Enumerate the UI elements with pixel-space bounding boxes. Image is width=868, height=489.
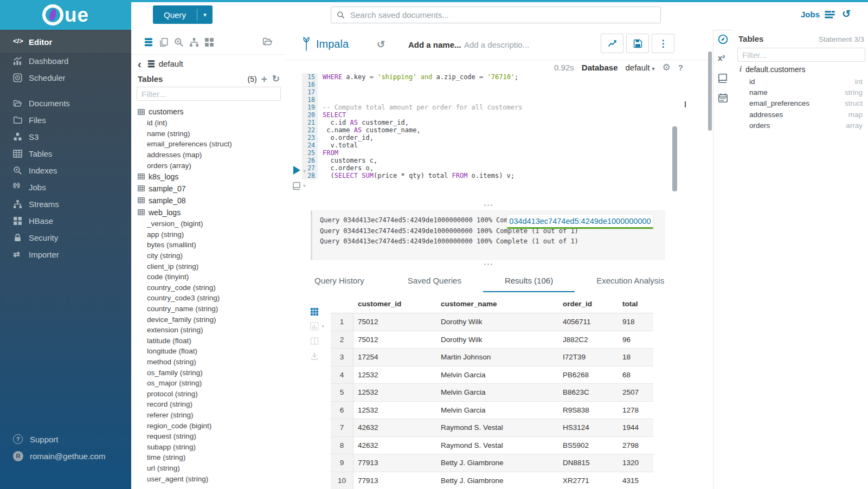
tab-results[interactable]: Results (106) [483, 273, 575, 292]
table-row[interactable]: 842632Raymond S. VestalBS59022798 [331, 437, 653, 455]
column-item[interactable]: bytes (smallint) [131, 240, 286, 250]
column-item[interactable]: subapp (string) [131, 441, 286, 452]
sidebar-item-documents[interactable]: Documents [0, 95, 131, 112]
column-item[interactable]: os_major (string) [131, 378, 286, 389]
table-item[interactable]: customers [131, 106, 286, 118]
sidebar-item-dashboard[interactable]: Dashboard [0, 53, 131, 69]
language-reference-button[interactable] [713, 69, 733, 87]
assist-search-button[interactable] [171, 36, 187, 48]
query-history-icon[interactable]: ↺ [842, 8, 851, 20]
table-row[interactable]: 612532Melvin GarciaR9S8381278 [331, 402, 653, 420]
save-button[interactable] [626, 34, 649, 53]
column-item[interactable]: idint [733, 76, 868, 87]
column-item[interactable]: os_family (string) [131, 367, 286, 378]
assist-documents-button[interactable] [156, 36, 171, 48]
column-item[interactable]: code (tinyint) [131, 272, 286, 282]
execute-options-icon[interactable]: ▾ [303, 168, 306, 174]
sidebar-item-support[interactable]: ?Support [0, 431, 131, 448]
table-row[interactable]: 742632Raymond S. VestalHS31241944 [331, 419, 653, 437]
database-name[interactable]: default [159, 59, 183, 68]
grid-view-icon[interactable] [310, 307, 319, 316]
column-item[interactable]: orders (array) [131, 160, 286, 171]
table-item[interactable]: sample_08 [131, 195, 286, 207]
back-chevron-icon[interactable]: ‹ [138, 60, 142, 68]
column-item[interactable]: email_preferencesstruct [733, 98, 868, 109]
chart-view-icon[interactable] [310, 322, 319, 331]
column-item[interactable]: url (string) [131, 463, 286, 474]
table-item[interactable]: sample_07 [131, 183, 286, 195]
right-assist-toggle-button[interactable] [713, 30, 733, 48]
sidebar-item-hbase[interactable]: HBase [0, 213, 131, 229]
download-icon[interactable] [310, 352, 319, 361]
engine-name[interactable]: Impala [316, 38, 349, 50]
table-row[interactable]: 412532Melvin GarciaPB626868 [331, 366, 653, 384]
resize-handle[interactable] [482, 263, 494, 266]
sidebar-item-files[interactable]: Files [0, 112, 131, 128]
column-item[interactable]: extension (string) [131, 325, 286, 336]
table-row[interactable]: 317254Martin JohnsonI72T3918 [331, 349, 653, 366]
panel-scrollbar[interactable] [708, 52, 712, 131]
sidebar-item-scheduler[interactable]: Scheduler [0, 69, 131, 86]
column-item[interactable]: id (int) [131, 118, 286, 128]
table-filter-input[interactable] [137, 87, 281, 101]
help-icon[interactable]: ? [678, 63, 683, 72]
new-query-button[interactable]: Query ▾ [153, 5, 213, 24]
gear-icon[interactable]: ⚙ [663, 62, 671, 73]
column-item[interactable]: latitude (float) [131, 336, 286, 346]
column-item[interactable]: device_family (string) [131, 314, 286, 325]
tab-saved-queries[interactable]: Saved Queries [386, 273, 483, 291]
column-item[interactable]: time (string) [131, 452, 286, 463]
table-item[interactable]: k8s_logs [131, 171, 286, 183]
column-item[interactable]: addressesmap [733, 109, 868, 120]
chart-button[interactable] [601, 34, 623, 53]
reference-options-icon[interactable]: ▾ [303, 183, 306, 189]
column-item[interactable]: region_code (bigint) [131, 420, 286, 431]
column-item[interactable]: referer (string) [131, 410, 286, 421]
column-item[interactable]: city (string) [131, 250, 286, 261]
query-description-field[interactable]: Add a descriptio... [464, 40, 529, 49]
column-item[interactable]: ordersarray [733, 120, 868, 131]
sidebar-item-jobs[interactable]: ((•))Jobs [0, 179, 131, 196]
jobs-link[interactable]: Jobs [801, 10, 835, 19]
assist-apps-button[interactable] [202, 36, 217, 48]
column-item[interactable]: _version_ (bigint) [131, 218, 286, 229]
search-input[interactable] [349, 10, 660, 20]
assist-workflows-button[interactable] [187, 36, 202, 48]
chart-options-icon[interactable]: ▾ [322, 323, 324, 329]
add-table-icon[interactable]: + [261, 75, 267, 83]
sidebar-item-security[interactable]: Security [0, 229, 131, 246]
column-item[interactable]: client_ip (string) [131, 261, 286, 272]
column-item[interactable]: app (string) [131, 229, 286, 240]
sidebar-item-editor[interactable]: </>Editor [0, 31, 131, 53]
language-reference-icon[interactable] [292, 182, 301, 190]
column-item[interactable]: country_code3 (string) [131, 293, 286, 304]
hue-logo[interactable]: ue [0, 0, 131, 30]
table-row[interactable]: 1077913Betty J. GiambroneXR27714315 [331, 472, 653, 489]
database-select[interactable]: default▾ [626, 63, 655, 72]
right-filter-input[interactable] [737, 48, 865, 62]
sidebar-item-indexes[interactable]: Indexes [0, 162, 131, 179]
sidebar-item-s3[interactable]: S3 [0, 128, 131, 145]
more-actions-button[interactable]: ⋮ [652, 34, 674, 53]
tab-query-history[interactable]: Query History [293, 273, 386, 291]
refresh-icon[interactable]: ↻ [272, 75, 280, 83]
column-item[interactable]: method (string) [131, 357, 286, 368]
table-row[interactable]: 175012Dorothy Wilk4056711918 [331, 313, 653, 331]
active-table[interactable]: i default.customers [740, 65, 805, 74]
tab-execution-analysis[interactable]: Execution Analysis [575, 273, 686, 291]
chevron-down-icon[interactable]: ▾ [197, 11, 213, 18]
query-history-icon[interactable]: ↺ [377, 38, 385, 50]
sidebar-item-user[interactable]: Rromain@gethue.com [0, 448, 131, 465]
column-item[interactable]: user_agent (string) [131, 473, 286, 484]
schedule-panel-button[interactable] [713, 88, 733, 107]
resize-handle[interactable] [482, 204, 494, 207]
assist-databases-button[interactable] [141, 36, 156, 48]
columns-view-icon[interactable] [310, 337, 319, 345]
open-documents-icon[interactable] [262, 36, 274, 47]
column-item[interactable]: name (string) [131, 128, 286, 139]
column-item[interactable]: country_name (string) [131, 304, 286, 314]
query-name-field[interactable]: Add a name... [408, 40, 461, 49]
column-item[interactable]: request (string) [131, 431, 286, 442]
column-item[interactable]: email_preferences (struct) [131, 139, 286, 150]
sidebar-item-tables[interactable]: Tables [0, 145, 131, 162]
